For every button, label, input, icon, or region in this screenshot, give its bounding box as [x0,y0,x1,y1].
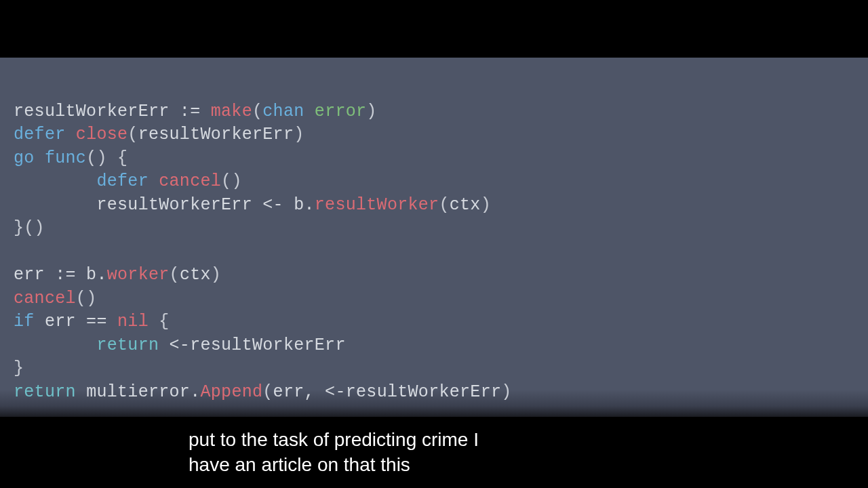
code-space [66,125,76,144]
code-call: resultWorker [315,195,439,215]
code-space [304,102,315,121]
code-call: cancel [14,289,76,308]
code-keyword: go [14,148,35,168]
code-type: error [315,102,367,121]
code-paren: ) [366,102,376,121]
code-call: cancel [159,171,221,191]
code-paren: () [221,171,242,191]
bottom-black-bar: put to the task of predicting crime I ha… [0,417,868,488]
code-editor-content: resultWorkerErr := make(chan error) defe… [0,58,868,390]
code-call: worker [107,265,170,285]
code-text: <-resultWorkerErr [159,336,345,355]
code-text: resultWorkerErr <- b. [96,195,314,215]
top-black-bar [0,0,868,58]
video-subtitle: put to the task of predicting crime I ha… [189,428,479,477]
code-paren: ( [439,195,449,215]
code-indent [14,195,96,215]
code-space [35,148,45,168]
code-builtin: make [211,102,252,121]
code-brace: } [14,359,24,378]
code-brace: { [149,312,170,331]
code-operator: := [170,102,211,121]
code-keyword: defer [14,125,66,144]
code-indent [14,171,96,191]
code-identifier: resultWorkerErr [138,125,294,144]
code-text: err == [35,312,117,331]
code-builtin: close [76,125,128,144]
code-text: }() [14,218,45,238]
code-paren: ( [252,102,262,121]
code-paren: ) [294,125,304,144]
code-paren: () [76,289,97,308]
code-keyword: return [96,336,159,355]
code-identifier: ctx [180,265,211,285]
code-text: () { [86,148,127,168]
code-paren: ) [501,382,511,402]
code-paren: ( [262,382,273,402]
code-text: multierror. [76,382,201,402]
code-text: err, <-resultWorkerErr [273,382,502,402]
code-call: Append [200,382,262,402]
code-literal: nil [117,312,149,331]
code-keyword: if [14,312,35,331]
code-indent [14,336,96,355]
code-paren: ( [127,125,138,144]
code-keyword: return [14,382,76,402]
code-identifier: ctx [450,195,481,215]
code-paren: ( [170,265,180,285]
code-paren: ) [481,195,491,215]
code-keyword: defer [96,171,149,191]
code-keyword: func [45,148,86,168]
code-keyword: chan [262,102,304,121]
code-identifier: resultWorkerErr [14,102,170,121]
code-space [149,171,159,191]
code-paren: ) [211,265,221,285]
code-text: err := b. [14,265,107,285]
